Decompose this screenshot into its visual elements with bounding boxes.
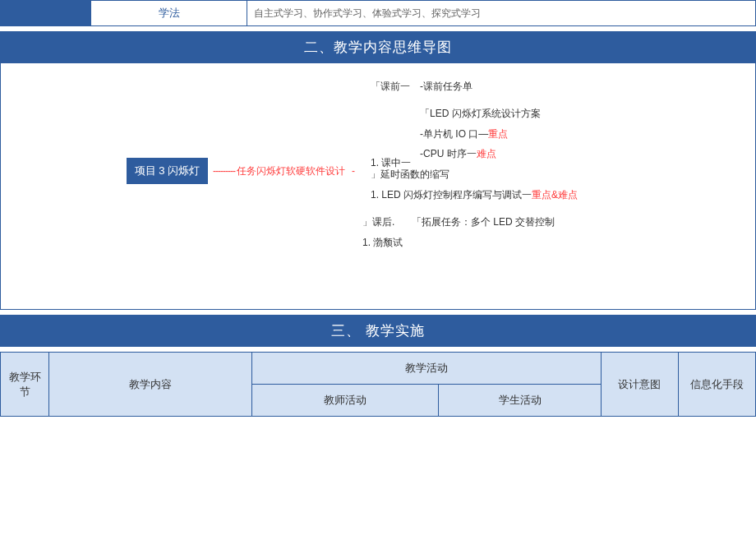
phase3-item2: 1. 渤颓试 — [362, 236, 555, 250]
phase2-item3: -CPU 时序一难点 — [420, 147, 578, 161]
mindmap-container: 项目 3 闪烁灯 --------- 任务闪烁灯软硬软件设计 - 「课前一 -课… — [0, 63, 756, 310]
phase3-item1: 「拓展任务：多个 LED 交替控制 — [412, 215, 555, 229]
phase2-item5: 1. LED 闪烁灯控制程序编写与调试一重点&难点 — [371, 188, 578, 202]
project-box: 项目 3 闪烁灯 — [127, 158, 208, 184]
phase2-item2: -单片机 IO 口—重点 — [420, 127, 578, 141]
section2-header: 二、教学内容思维导图 — [0, 31, 756, 63]
header-stage: 教学环节 — [1, 353, 49, 417]
header-design: 设计意图 — [601, 353, 678, 417]
top-blue-cell — [1, 1, 91, 25]
phase2-item1: 「LED 闪烁灯系统设计方案 — [420, 107, 578, 121]
header-activity: 教学活动 — [252, 353, 602, 385]
phase2-item4: 」延时函数的缩写 — [371, 168, 578, 182]
phase2-label: 1. 课中一 — [371, 107, 420, 170]
section3-header: 三、 教学实施 — [0, 315, 756, 347]
phase3-label: 」课后. — [362, 215, 412, 229]
phase1-label: 「课前一 — [371, 80, 420, 94]
header-teacher: 教师活动 — [252, 385, 439, 417]
header-info: 信息化手段 — [678, 353, 755, 417]
task-label: 任务闪烁灯软硬软件设计 — [237, 164, 345, 178]
method-label: 学法 — [91, 1, 247, 25]
phase1-item1: -课前任务单 — [420, 80, 472, 94]
schedule-table: 教学环节 教学内容 教学活动 设计意图 信息化手段 教师活动 学生活动 — [0, 352, 756, 417]
method-content: 自主式学习、协作式学习、体验式学习、探究式学习 — [247, 1, 755, 25]
dashed-connector: --------- — [213, 165, 235, 177]
table-header-row: 教学环节 教学内容 教学活动 设计意图 信息化手段 — [1, 353, 756, 385]
header-student: 学生活动 — [439, 385, 602, 417]
header-content: 教学内容 — [49, 353, 252, 417]
